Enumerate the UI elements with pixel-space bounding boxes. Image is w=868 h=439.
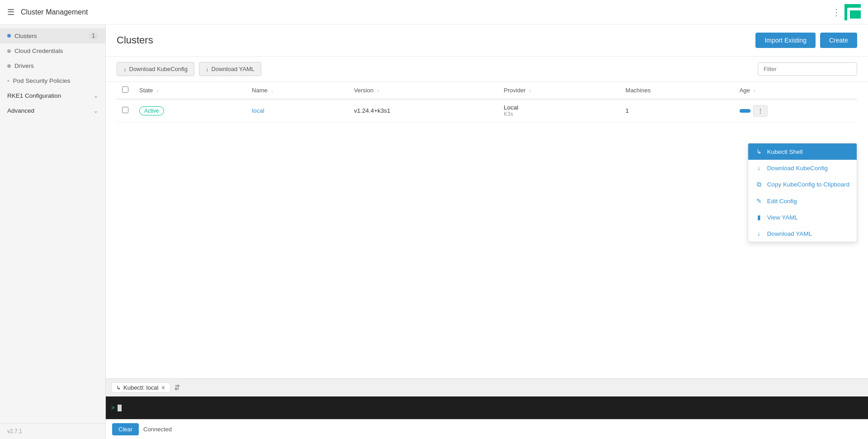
- cloud-credentials-dot-icon: [7, 49, 11, 53]
- terminal-close-icon[interactable]: ✕: [161, 385, 165, 391]
- terminal-prompt: >: [111, 405, 115, 411]
- header-machines: Machines: [620, 82, 734, 99]
- header-name: Name ↓: [246, 82, 349, 99]
- header-actions: ⋮: [832, 4, 861, 20]
- sidebar-item-cloud-credentials[interactable]: Cloud Credentials: [0, 43, 105, 58]
- drivers-dot-icon: [7, 64, 11, 68]
- view-yaml-label: View YAML: [767, 214, 798, 221]
- dropdown-item-copy-kubeconfig[interactable]: ⧉ Copy KubeConfig to Clipboard: [748, 176, 857, 193]
- terminal-expand-icon[interactable]: ⇵: [174, 383, 180, 392]
- terminal-tab-label: Kubectl: local: [123, 384, 158, 391]
- header-checkbox-cell: [117, 82, 134, 99]
- rancher-logo: [844, 4, 861, 20]
- dl-kubeconfig-icon: ↓: [755, 164, 763, 172]
- row-action-button[interactable]: [740, 109, 750, 113]
- header-state: State ↕: [134, 82, 246, 99]
- row-version: v1.24.4+k3s1: [349, 99, 498, 122]
- state-badge: Active: [139, 106, 164, 115]
- edit-config-label: Edit Config: [767, 198, 797, 205]
- edit-config-icon: ✎: [755, 197, 763, 205]
- row-age: ⋮: [734, 99, 857, 122]
- toolbar: ↓ Download KubeConfig ↓ Download YAML: [106, 57, 868, 82]
- sidebar-section-advanced[interactable]: Advanced ⌄: [0, 103, 105, 118]
- table-header-row: State ↕ Name ↓ Version ↕: [117, 82, 857, 99]
- terminal-cursor: [118, 405, 122, 411]
- clear-button[interactable]: Clear: [112, 423, 139, 435]
- download-kubeconfig-label: Download KubeConfig: [129, 66, 188, 72]
- download-yaml-label: Download YAML: [211, 66, 255, 72]
- dropdown-item-kubectl-shell[interactable]: ↳ Kubectl Shell: [748, 143, 857, 160]
- sidebar-item-pod-security-policies[interactable]: ▪ Pod Security Policies: [0, 73, 105, 88]
- advanced-chevron-icon: ⌄: [94, 108, 98, 114]
- download-kube-icon: ↓: [123, 66, 127, 72]
- terminal-bar: ↳ Kubectl: local ✕ ⇵: [106, 378, 868, 396]
- dl-yaml-icon: ↓: [755, 230, 763, 237]
- table-row: Active local v1.24.4+k3s1 Local K3s 1: [117, 99, 857, 122]
- row-state: Active: [134, 99, 246, 122]
- dl-yaml-label: Download YAML: [767, 230, 812, 237]
- row-name: local: [246, 99, 349, 122]
- provider-sort-icon[interactable]: ↕: [529, 88, 531, 93]
- copy-kubeconfig-label: Copy KubeConfig to Clipboard: [767, 181, 849, 188]
- copy-kubeconfig-icon: ⧉: [755, 181, 763, 188]
- row-actions: ⋮: [740, 105, 852, 117]
- clusters-dot-icon: [7, 34, 11, 38]
- terminal-tab: ↳ Kubectl: local ✕: [111, 382, 170, 393]
- page-header: Clusters Import Existing Create: [106, 24, 868, 57]
- dropdown-item-edit-config[interactable]: ✎ Edit Config: [748, 193, 857, 209]
- sidebar-drivers-label: Drivers: [14, 62, 34, 69]
- state-sort-icon[interactable]: ↕: [156, 88, 159, 93]
- kubectl-shell-label: Kubectl Shell: [767, 148, 803, 155]
- page-title: Clusters: [117, 34, 755, 46]
- more-options-icon[interactable]: ⋮: [832, 7, 841, 18]
- create-button[interactable]: Create: [820, 33, 857, 48]
- header-version: Version ↕: [349, 82, 498, 99]
- provider-main: Local: [504, 104, 614, 111]
- sidebar-item-drivers[interactable]: Drivers: [0, 58, 105, 73]
- dropdown-item-download-yaml[interactable]: ↓ Download YAML: [748, 225, 857, 242]
- dropdown-menu: ↳ Kubectl Shell ↓ Download KubeConfig ⧉ …: [748, 143, 857, 242]
- download-yaml-button[interactable]: ↓ Download YAML: [199, 62, 261, 76]
- hamburger-icon[interactable]: ☰: [7, 7, 14, 17]
- cluster-name-link[interactable]: local: [252, 107, 264, 114]
- kubectl-tab-icon: ↳: [116, 385, 121, 391]
- download-kubeconfig-button[interactable]: ↓ Download KubeConfig: [117, 62, 194, 76]
- content-wrapper: Clusters Import Existing Create ↓ Downlo…: [106, 24, 868, 439]
- name-sort-icon[interactable]: ↓: [271, 88, 273, 93]
- provider-sub: K3s: [504, 111, 614, 117]
- sidebar-clusters-label: Clusters: [14, 33, 37, 39]
- kubectl-shell-icon: ↳: [755, 148, 763, 155]
- advanced-section-label: Advanced: [7, 107, 34, 114]
- sidebar-nav: Clusters 1 Cloud Credentials Drivers ▪ P…: [0, 24, 105, 423]
- header-age: Age ↕: [734, 82, 857, 99]
- version-label: v2.7.1: [7, 428, 22, 434]
- top-header: ☰ Cluster Management ⋮: [0, 0, 868, 24]
- row-dots-button[interactable]: ⋮: [753, 105, 768, 117]
- row-checkbox[interactable]: [122, 107, 128, 113]
- rke1-section-label: RKE1 Configuration: [7, 92, 61, 99]
- main-layout: Clusters 1 Cloud Credentials Drivers ▪ P…: [0, 24, 868, 439]
- import-existing-button[interactable]: Import Existing: [755, 33, 816, 48]
- row-checkbox-cell: [117, 99, 134, 122]
- clusters-badge: 1: [89, 32, 98, 39]
- download-yaml-icon: ↓: [206, 66, 209, 72]
- sidebar-pod-security-label: Pod Security Policies: [13, 77, 71, 84]
- dl-kubeconfig-label: Download KubeConfig: [767, 165, 828, 172]
- terminal-body: >: [106, 396, 868, 419]
- sidebar-item-clusters[interactable]: Clusters 1: [0, 28, 105, 43]
- dropdown-item-download-kubeconfig[interactable]: ↓ Download KubeConfig: [748, 160, 857, 176]
- view-yaml-icon: ▮: [755, 214, 763, 221]
- version-sort-icon[interactable]: ↕: [377, 88, 379, 93]
- rke1-chevron-icon: ⌄: [94, 93, 98, 99]
- header-provider: Provider ↕: [498, 82, 620, 99]
- pod-security-icon: ▪: [7, 77, 9, 84]
- status-bar: Clear Connected: [106, 419, 868, 439]
- age-sort-icon[interactable]: ↕: [753, 88, 755, 93]
- filter-input[interactable]: [758, 62, 857, 76]
- sidebar-section-rke1[interactable]: RKE1 Configuration ⌄: [0, 88, 105, 103]
- row-provider: Local K3s: [498, 99, 620, 122]
- select-all-checkbox[interactable]: [122, 86, 128, 93]
- clusters-table: State ↕ Name ↓ Version ↕: [117, 82, 857, 122]
- dropdown-item-view-yaml[interactable]: ▮ View YAML: [748, 209, 857, 225]
- connected-status: Connected: [143, 426, 172, 433]
